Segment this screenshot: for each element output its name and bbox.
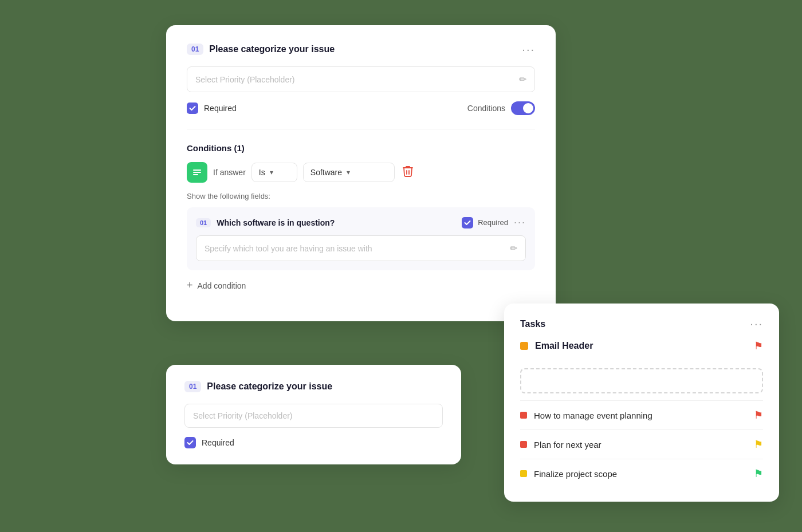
tasks-panel: Tasks ··· Email Header ⚑ How to manage e… — [504, 304, 779, 502]
add-condition-label: Add condition — [198, 281, 246, 290]
condition-row: If answer Is ▾ Software ▾ — [187, 162, 535, 183]
delete-condition-button[interactable] — [400, 163, 415, 182]
edit-icon[interactable]: ✏ — [519, 74, 526, 85]
main-form-card: 01 Please categorize your issue ··· Sele… — [166, 25, 556, 321]
conditions-toggle[interactable] — [511, 101, 535, 115]
second-required-row: Required — [184, 437, 443, 448]
task-item-2: Plan for next year ⚑ — [520, 429, 763, 459]
task-1-label: How to manage event planning — [534, 411, 747, 420]
task-1-dot — [520, 412, 527, 419]
drop-zone[interactable] — [520, 368, 763, 393]
second-step-badge: 01 — [184, 381, 201, 392]
task-item-1: How to manage event planning ⚑ — [520, 400, 763, 429]
task-item-3: Finalize project scope ⚑ — [520, 459, 763, 488]
required-left: Required — [187, 103, 237, 114]
nested-more-button[interactable]: ··· — [514, 216, 526, 228]
second-section-title-text: Please categorize your issue — [207, 381, 332, 392]
section-header: 01 Please categorize your issue ··· — [187, 44, 535, 55]
nested-required-checkbox[interactable] — [462, 217, 473, 228]
nested-required-label: Required — [478, 218, 508, 227]
nested-field-title: Which software is in question? — [217, 218, 456, 227]
nested-field-header: 01 Which software is in question? Requir… — [196, 216, 526, 228]
software-dropdown-value: Software — [310, 168, 342, 177]
nested-placeholder: Specify which tool you are having an iss… — [205, 244, 510, 253]
section-divider — [187, 129, 535, 129]
email-header-flag-icon: ⚑ — [754, 340, 763, 352]
nested-step-badge: 01 — [196, 218, 211, 227]
required-checkbox[interactable] — [187, 103, 198, 114]
required-conditions-row: Required Conditions — [187, 101, 535, 115]
tasks-header: Tasks ··· — [520, 317, 763, 330]
software-chevron-icon: ▾ — [347, 168, 350, 176]
plus-icon: + — [187, 279, 193, 291]
nested-field-card: 01 Which software is in question? Requir… — [187, 207, 535, 270]
software-dropdown[interactable]: Software ▾ — [303, 163, 395, 182]
conditions-title: Conditions (1) — [187, 143, 535, 153]
step-badge: 01 — [187, 44, 203, 55]
conditions-right: Conditions — [467, 101, 535, 115]
required-label: Required — [204, 104, 237, 113]
is-dropdown[interactable]: Is ▾ — [251, 163, 297, 182]
section-title-text: Please categorize your issue — [209, 44, 335, 54]
nested-edit-icon[interactable]: ✏ — [510, 243, 517, 254]
nested-input-row[interactable]: Specify which tool you are having an iss… — [196, 235, 526, 261]
priority-placeholder: Select Priority (Placeholder) — [195, 75, 519, 84]
second-section-header: 01 Please categorize your issue — [184, 381, 443, 392]
if-answer-label: If answer — [213, 168, 246, 177]
second-form-card: 01 Please categorize your issue Select P… — [166, 365, 461, 464]
tasks-title: Tasks — [520, 319, 545, 329]
toggle-knob — [523, 103, 533, 113]
add-condition-button[interactable]: + Add condition — [187, 277, 246, 294]
email-header-dot — [520, 342, 528, 350]
more-options-button[interactable]: ··· — [522, 44, 535, 55]
condition-icon — [187, 162, 207, 183]
task-3-label: Finalize project scope — [534, 469, 747, 479]
email-header-label: Email Header — [535, 341, 747, 351]
task-2-flag-icon: ⚑ — [754, 438, 763, 451]
is-dropdown-value: Is — [259, 168, 265, 177]
conditions-section: Conditions (1) If answer Is ▾ Software ▾ — [187, 143, 535, 294]
priority-input-row[interactable]: Select Priority (Placeholder) ✏ — [187, 66, 535, 92]
task-3-dot — [520, 470, 527, 477]
task-1-flag-icon: ⚑ — [754, 409, 763, 421]
email-header-item: Email Header ⚑ — [520, 340, 763, 359]
second-required-checkbox[interactable] — [184, 437, 196, 448]
second-priority-placeholder: Select Priority (Placeholder) — [193, 411, 434, 420]
show-fields-label: Show the following fields: — [187, 192, 535, 200]
task-2-label: Plan for next year — [534, 440, 747, 450]
second-priority-input-row[interactable]: Select Priority (Placeholder) — [184, 404, 443, 428]
second-section-title: 01 Please categorize your issue — [184, 381, 332, 392]
task-2-dot — [520, 441, 527, 448]
is-chevron-icon: ▾ — [270, 168, 273, 176]
tasks-more-button[interactable]: ··· — [750, 317, 763, 330]
task-3-flag-icon: ⚑ — [754, 467, 763, 480]
second-required-label: Required — [202, 438, 234, 447]
conditions-label: Conditions — [467, 104, 505, 113]
section-title: 01 Please categorize your issue — [187, 44, 335, 55]
nested-required-row: Required — [462, 217, 508, 228]
